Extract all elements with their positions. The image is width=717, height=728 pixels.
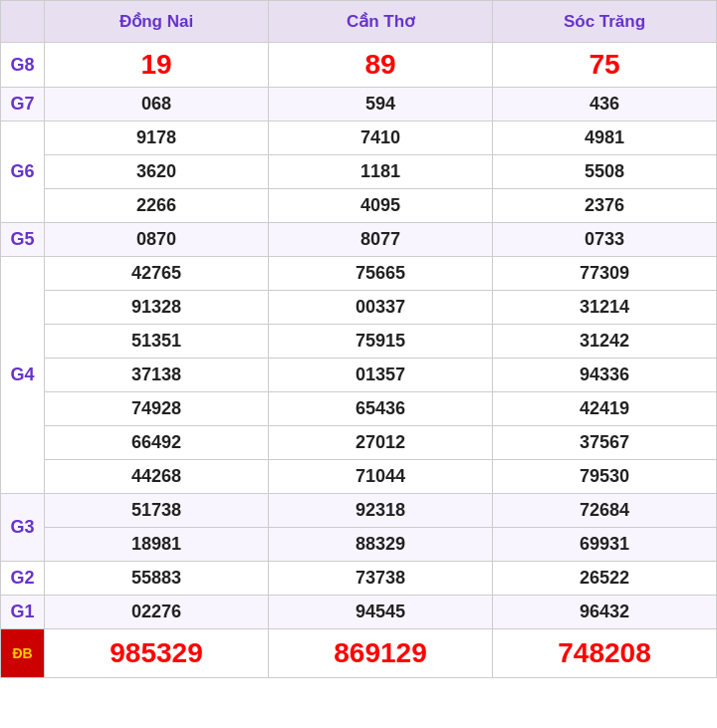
value-g4-5-0: 66492 [45,426,269,460]
value-g4-5-1: 27012 [269,426,493,460]
value-g6-1-1: 1181 [269,155,493,189]
header-dongnai: Đồng Nai [45,1,269,43]
row-g8: G8198975 [1,43,717,88]
row-g4-5: 664922701237567 [1,426,717,460]
value-g1-2: 96432 [493,596,717,629]
lottery-results-table: Đồng Nai Cần Thơ Sóc Trăng G8198975G7068… [0,0,717,678]
row-g6-1: 362011815508 [1,155,717,189]
value-g6-0-0: 9178 [45,121,269,155]
value-g4-6-1: 71044 [269,460,493,494]
value-g4-3-2: 94336 [493,359,717,392]
value-g4-1-1: 00337 [269,291,493,325]
row-g4-1: 913280033731214 [1,291,717,325]
row-g6-0: G6917874104981 [1,121,717,155]
value-g5-2: 0733 [493,223,717,257]
value-g4-6-2: 79530 [493,460,717,494]
value-g4-2-1: 75915 [269,325,493,359]
value-g5-0: 0870 [45,223,269,257]
value-g4-5-2: 37567 [493,426,717,460]
value-g3-0-1: 92318 [269,494,493,528]
value-g8-2: 75 [493,43,717,88]
label-g7: G7 [1,88,45,121]
value-g3-0-0: 51738 [45,494,269,528]
label-g8: G8 [1,43,45,88]
value-g1-1: 94545 [269,596,493,629]
value-g7-2: 436 [493,88,717,121]
value-g4-2-2: 31242 [493,325,717,359]
row-db: ĐB985329869129748208 [1,629,717,678]
value-g2-1: 73738 [269,562,493,596]
value-g4-1-0: 91328 [45,291,269,325]
value-g6-2-0: 2266 [45,189,269,223]
value-g3-1-1: 88329 [269,528,493,562]
value-g6-0-1: 7410 [269,121,493,155]
value-g4-4-1: 65436 [269,392,493,426]
row-g1: G1022769454596432 [1,596,717,629]
value-g8-0: 19 [45,43,269,88]
value-g7-0: 068 [45,88,269,121]
value-db-0: 985329 [45,629,269,678]
value-db-2: 748208 [493,629,717,678]
value-g4-4-0: 74928 [45,392,269,426]
value-g3-0-2: 72684 [493,494,717,528]
header-row: Đồng Nai Cần Thơ Sóc Trăng [1,1,717,43]
value-g6-2-2: 2376 [493,189,717,223]
value-g4-0-0: 42765 [45,257,269,291]
row-g2: G2558837373826522 [1,562,717,596]
label-g1: G1 [1,596,45,629]
row-g4-4: 749286543642419 [1,392,717,426]
row-g4-3: 371380135794336 [1,359,717,392]
label-g6-0: G6 [1,121,45,223]
value-g7-1: 594 [269,88,493,121]
label-db: ĐB [1,629,45,678]
value-g4-2-0: 51351 [45,325,269,359]
row-g4-0: G4427657566577309 [1,257,717,291]
row-g3-1: 189818832969931 [1,528,717,562]
value-g4-3-1: 01357 [269,359,493,392]
value-g6-1-0: 3620 [45,155,269,189]
header-cantho: Cần Thơ [269,1,493,43]
value-g4-0-2: 77309 [493,257,717,291]
value-g4-3-0: 37138 [45,359,269,392]
label-g3-0: G3 [1,494,45,562]
row-g7: G7068594436 [1,88,717,121]
value-g8-1: 89 [269,43,493,88]
label-g2: G2 [1,562,45,596]
value-g6-2-1: 4095 [269,189,493,223]
row-g6-2: 226640952376 [1,189,717,223]
value-g2-0: 55883 [45,562,269,596]
label-g4-0: G4 [1,257,45,494]
value-g4-6-0: 44268 [45,460,269,494]
value-g4-4-2: 42419 [493,392,717,426]
row-g4-6: 442687104479530 [1,460,717,494]
value-db-1: 869129 [269,629,493,678]
value-g3-1-2: 69931 [493,528,717,562]
value-g2-2: 26522 [493,562,717,596]
value-g6-0-2: 4981 [493,121,717,155]
row-g5: G5087080770733 [1,223,717,257]
value-g4-0-1: 75665 [269,257,493,291]
row-g3-0: G3517389231872684 [1,494,717,528]
value-g6-1-2: 5508 [493,155,717,189]
value-g5-1: 8077 [269,223,493,257]
value-g4-1-2: 31214 [493,291,717,325]
header-label-col [1,1,45,43]
value-g1-0: 02276 [45,596,269,629]
row-g4-2: 513517591531242 [1,325,717,359]
header-soctrang: Sóc Trăng [493,1,717,43]
label-g5: G5 [1,223,45,257]
value-g3-1-0: 18981 [45,528,269,562]
